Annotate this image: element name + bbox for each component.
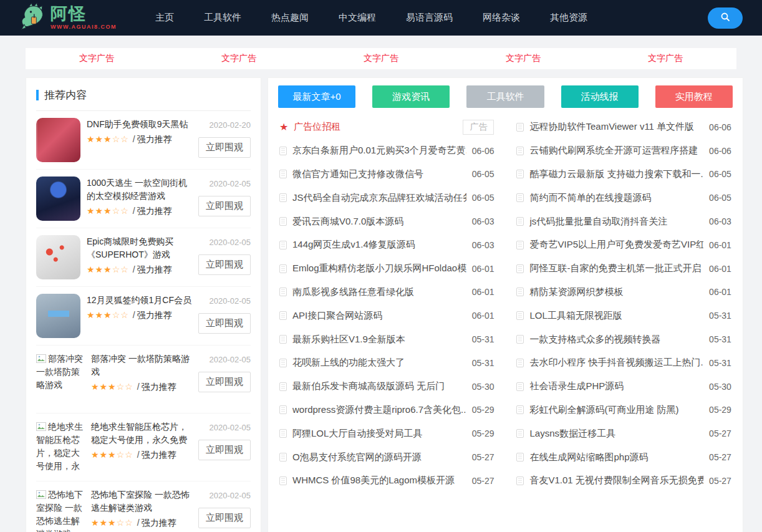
- article-title[interactable]: LOL工具箱无限视距版: [529, 310, 703, 322]
- article-date: 06-06: [709, 146, 731, 156]
- list-item: 精防某资源网织梦模板06-01: [516, 281, 731, 304]
- view-now-button[interactable]: 立即围观: [198, 372, 251, 392]
- stars-empty-icon: ☆☆: [112, 206, 129, 216]
- article-title[interactable]: 花呗新上线的功能太强大了: [292, 357, 466, 369]
- nav-item-home[interactable]: 主页: [155, 12, 174, 24]
- article-title[interactable]: 爱奇艺VIP5以上用户可免费发爱奇艺VIP红包: [529, 239, 703, 251]
- nav-item-hotnews[interactable]: 热点趣闻: [271, 12, 309, 24]
- star-rating: ★★★☆☆/强力推荐: [91, 518, 192, 529]
- nav-item-easy-lang[interactable]: 易语言源码: [406, 12, 453, 24]
- article-date: 05-29: [709, 405, 731, 415]
- article-title[interactable]: Emlog重构精仿老版小刀娱乐网HFoldao模...: [292, 263, 466, 274]
- article-thumbnail[interactable]: [36, 235, 80, 279]
- article-title[interactable]: wordpress资源付费主题ripro6.7含美化包...: [292, 404, 466, 416]
- article-title[interactable]: 阿狸LOL大厅自动接受对局工具: [292, 428, 466, 440]
- article-title[interactable]: 在线生成网站缩略图php源码: [529, 452, 703, 463]
- nav-item-chinese-coding[interactable]: 中文编程: [339, 12, 376, 24]
- stars-filled-icon: ★★★: [91, 382, 117, 392]
- article-title[interactable]: 爱讯云商城V0.7.0版本源码: [292, 216, 466, 228]
- article-title[interactable]: 酷享磁力云最新版 支持磁力搜索下载和一...: [529, 168, 703, 180]
- text-ad-link[interactable]: 文字广告: [168, 48, 310, 69]
- article-date: 06-05: [472, 169, 494, 179]
- nav-item-tools[interactable]: 工具软件: [204, 12, 241, 24]
- article-title[interactable]: API接口聚合网站源码: [292, 310, 466, 322]
- category-game-news-button[interactable]: 游戏资讯: [372, 85, 450, 108]
- site-logo[interactable]: 阿怪 WWW.AGUAI8.COM: [19, 2, 117, 34]
- category-activity-button[interactable]: 活动线报: [561, 85, 639, 108]
- article-thumbnail[interactable]: [36, 118, 80, 162]
- article-title[interactable]: 简约而不简单的在线搜题源码: [529, 192, 703, 204]
- article-title[interactable]: 最新乐购社区V1.9全新版本: [292, 334, 466, 346]
- nav-item-net-talk[interactable]: 网络杂谈: [483, 12, 520, 24]
- recommended-item: 绝地求生智能压枪芯片，稳定大号使用，永久免费 绝地求生智能压枪芯片，稳定大号使用…: [36, 414, 251, 481]
- article-title[interactable]: 最新伯乐发卡商城高级版源码 无后门: [292, 380, 466, 392]
- document-icon: [279, 193, 287, 202]
- broken-thumbnail[interactable]: 部落冲突 一款塔防策略游戏: [36, 352, 85, 406]
- text-ad-link[interactable]: 文字广告: [594, 48, 736, 69]
- view-now-button[interactable]: 立即围观: [198, 508, 251, 528]
- article-title[interactable]: js代码批量批量自动取消抖音关注: [529, 216, 703, 228]
- article-title[interactable]: 去水印小程序 快手抖音视频搬运工上热门...: [529, 357, 703, 369]
- broken-image-icon: [36, 490, 46, 499]
- article-title[interactable]: 彩虹代刷全解源码(可商业用途 防黑): [529, 404, 703, 416]
- article-title[interactable]: 微信官方通知已支持修改微信号: [292, 168, 466, 180]
- rating-separator: /: [137, 450, 140, 460]
- category-latest-button[interactable]: 最新文章+0: [278, 85, 355, 108]
- recommended-item: 部落冲突 一款塔防策略游戏 部落冲突 一款塔防策略游戏 ★★★☆☆/强力推荐 2…: [36, 346, 251, 414]
- view-now-button[interactable]: 立即围观: [198, 137, 251, 158]
- rating-separator: /: [133, 310, 135, 320]
- view-now-button[interactable]: 立即围观: [198, 196, 251, 216]
- article-date: 05-27: [472, 452, 494, 462]
- text-ad-link[interactable]: 文字广告: [26, 48, 168, 69]
- article-date: 06-05: [709, 169, 731, 179]
- ad-slot-title[interactable]: 广告位招租: [294, 121, 457, 133]
- article-title[interactable]: 京东白条新用户0.01元购买3个月爱奇艺黄...: [292, 145, 466, 157]
- article-title[interactable]: DNF助手免费领取9天黑钻: [87, 118, 192, 131]
- document-icon: [516, 241, 524, 249]
- text-ad-link[interactable]: 文字广告: [452, 48, 594, 69]
- recommended-item: 12月灵狐签约领1月CF会员 ★★★☆☆/强力推荐 2020-02-05 立即围…: [36, 287, 251, 346]
- article-title[interactable]: 云铺购代刷网系统全开源可运营程序搭建: [529, 145, 703, 157]
- article-title[interactable]: 精防某资源网织梦模板: [529, 286, 703, 298]
- category-tools-button[interactable]: 工具软件: [466, 85, 544, 108]
- list-item: 远程协助软件TeamViewer v11 单文件版06-06: [516, 115, 731, 139]
- article-thumbnail[interactable]: [36, 294, 80, 338]
- list-item: Laysns数据迁移工具05-27: [516, 422, 731, 445]
- article-title[interactable]: 远程协助软件TeamViewer v11 单文件版: [529, 121, 703, 133]
- article-thumbnail[interactable]: [36, 177, 80, 221]
- article-title[interactable]: Laysns数据迁移工具: [529, 428, 703, 440]
- article-date: 2020-02-05: [210, 238, 251, 247]
- view-now-button[interactable]: 立即围观: [198, 313, 251, 334]
- article-title[interactable]: 恐怖地下室探险 一款恐怖逃生解谜类游戏: [91, 488, 192, 515]
- article-title[interactable]: Epic商城限时免费购买《SUPERHOT》游戏: [87, 235, 192, 261]
- text-ad-link[interactable]: 文字广告: [310, 48, 452, 69]
- nav-item-other[interactable]: 其他资源: [550, 12, 587, 24]
- view-now-button[interactable]: 立即围观: [198, 440, 251, 460]
- list-item: 微信官方通知已支持修改微信号06-05: [279, 163, 494, 186]
- article-title[interactable]: 1000天逃生 一款空间街机的太空模拟经营游戏: [87, 177, 192, 203]
- document-icon: [516, 217, 524, 226]
- article-title[interactable]: JS代码全自动完成京东品牌狂欢城活动任务: [292, 192, 466, 204]
- article-title[interactable]: 部落冲突 一款塔防策略游戏: [91, 352, 192, 379]
- search-button[interactable]: [708, 7, 743, 29]
- article-date: 06-03: [472, 216, 494, 226]
- article-title[interactable]: 阿怪互联-自家的免费主机第一批正式开启: [529, 263, 703, 274]
- list-item: 去水印小程序 快手抖音视频搬运工上热门...05-31: [516, 351, 731, 375]
- list-item: 云铺购代刷网系统全开源可运营程序搭建06-06: [516, 139, 731, 163]
- article-date: 05-31: [709, 334, 731, 344]
- article-title[interactable]: 绝地求生智能压枪芯片，稳定大号使用，永久免费: [91, 420, 192, 447]
- broken-thumbnail[interactable]: 恐怖地下室探险 一款恐怖逃生解谜类游戏: [36, 488, 85, 532]
- article-title[interactable]: 音友V1.01 无视付费限制全网音乐无损免费...: [529, 475, 703, 486]
- article-title[interactable]: 南瓜影视多线路任意看绿化版: [292, 286, 466, 298]
- article-title[interactable]: 社会语录生成PHP源码: [529, 380, 703, 392]
- article-title[interactable]: O泡易支付系统官网的源码开源: [292, 452, 466, 463]
- category-tutorial-button[interactable]: 实用教程: [655, 85, 733, 108]
- article-title[interactable]: WHMCS 价值98美元的Lagom模板开源: [292, 475, 466, 486]
- article-title[interactable]: 一款支持格式众多的视频转换器: [529, 334, 703, 346]
- article-title[interactable]: 144g网页生成v1.4修复版源码: [292, 239, 466, 251]
- article-date: 05-27: [709, 476, 731, 486]
- view-now-button[interactable]: 立即围观: [198, 254, 251, 275]
- article-title[interactable]: 12月灵狐签约领1月CF会员: [87, 294, 192, 307]
- broken-thumbnail[interactable]: 绝地求生智能压枪芯片，稳定大号使用，永久免费: [36, 420, 85, 474]
- article-date: 05-27: [709, 428, 731, 438]
